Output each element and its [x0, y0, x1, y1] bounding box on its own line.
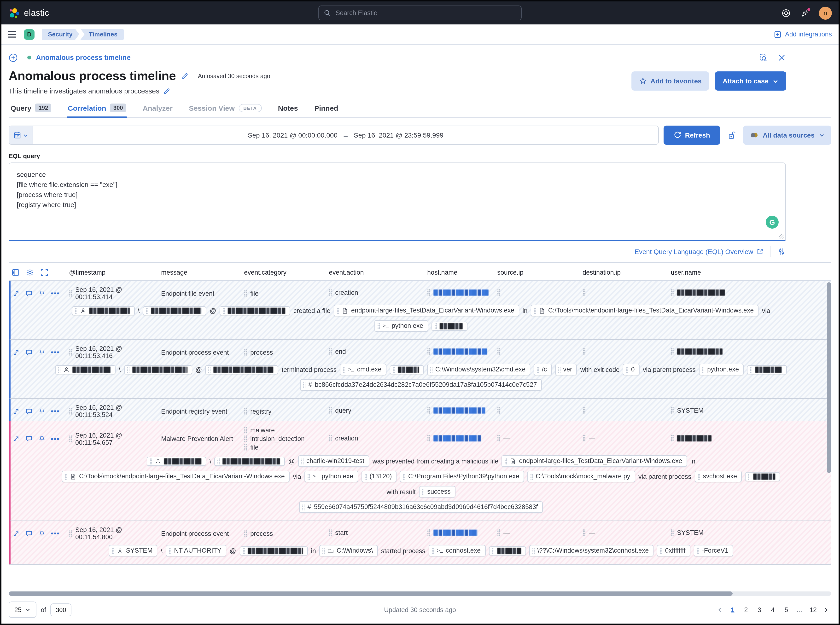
field-value-chip[interactable]: success	[419, 486, 456, 498]
eql-overview-link[interactable]: Event Query Language (EQL) Overview	[635, 248, 763, 255]
source-ip-value[interactable]: —	[497, 407, 510, 414]
timestamp-value[interactable]: Sep 16, 2021 @ 00:11:53.414	[69, 286, 161, 300]
data-sources-button[interactable]: All data sources	[743, 126, 831, 145]
host-name-value[interactable]	[427, 529, 478, 536]
page-2[interactable]: 2	[740, 603, 752, 616]
message-value[interactable]: Endpoint process event	[161, 530, 229, 537]
field-value-chip[interactable]: >_python.exe	[375, 320, 428, 332]
event-category-value[interactable]: malware	[244, 427, 329, 434]
breadcrumb-timelines[interactable]: Timelines	[80, 28, 124, 40]
drag-handle-icon[interactable]	[244, 349, 247, 356]
page-4[interactable]: 4	[767, 603, 779, 616]
breadcrumb-security[interactable]: Security	[42, 28, 79, 40]
column-header-event-action[interactable]: event.action	[329, 269, 427, 276]
redacted-value-chip[interactable]	[146, 457, 206, 466]
drag-handle-icon[interactable]	[583, 407, 585, 414]
date-end[interactable]: Sep 16, 2021 @ 23:59:59.999	[354, 131, 443, 139]
drag-handle-icon[interactable]	[583, 434, 585, 442]
column-header-destination-ip[interactable]: destination.ip	[583, 269, 671, 276]
destination-ip-value[interactable]: —	[583, 348, 595, 355]
add-note-icon[interactable]	[25, 290, 33, 297]
date-picker-menu-button[interactable]	[9, 126, 33, 144]
drag-handle-icon[interactable]	[671, 434, 674, 442]
edit-description-icon[interactable]	[163, 87, 170, 95]
drag-handle-icon[interactable]	[329, 289, 332, 296]
field-value-chip[interactable]: SYSTEM	[109, 545, 157, 557]
message-value[interactable]: Endpoint file event	[161, 290, 214, 297]
next-page-icon[interactable]	[820, 606, 831, 613]
event-category-value[interactable]: process	[244, 349, 329, 356]
drag-handle-icon[interactable]	[671, 289, 674, 296]
edit-title-icon[interactable]	[181, 72, 188, 80]
field-value-chip[interactable]: C:\Tools\mock\endpoint-large-files_TestD…	[62, 471, 289, 482]
destination-ip-value[interactable]: —	[583, 529, 595, 536]
redacted-value-chip[interactable]	[240, 546, 308, 555]
redacted-value-chip[interactable]	[205, 365, 278, 374]
menu-icon[interactable]	[8, 31, 16, 38]
add-to-favorites-button[interactable]: Add to favorites	[631, 72, 709, 90]
field-value-chip[interactable]: endpoint-large-files_TestData_EicarVaria…	[502, 456, 687, 467]
drag-handle-icon[interactable]	[329, 348, 332, 355]
field-value-chip[interactable]: \??\C:\Windows\system32\conhost.exe	[529, 545, 653, 557]
user-name-value[interactable]	[671, 348, 723, 355]
drag-handle-icon[interactable]	[69, 530, 72, 537]
new-timeline-icon[interactable]	[9, 53, 18, 62]
tab-pinned[interactable]: Pinned	[313, 101, 339, 117]
expand-event-icon[interactable]	[12, 407, 20, 415]
column-header-user-name[interactable]: user.name	[671, 269, 831, 276]
page-size-select[interactable]: 25	[9, 602, 36, 618]
drag-handle-icon[interactable]	[583, 529, 585, 536]
redacted-value-chip[interactable]	[124, 365, 192, 374]
tab-query[interactable]: Query 192	[9, 101, 53, 117]
field-value-chip[interactable]: C:\Windows\	[319, 545, 378, 557]
event-category-value[interactable]: file	[244, 444, 329, 451]
grid-settings-icon[interactable]	[26, 268, 34, 277]
tab-notes[interactable]: Notes	[277, 101, 299, 117]
destination-ip-value[interactable]: —	[583, 407, 595, 414]
pin-event-icon[interactable]	[38, 290, 45, 297]
field-value-chip[interactable]: (13120)	[361, 471, 397, 482]
destination-ip-value[interactable]: —	[583, 289, 595, 296]
drag-handle-icon[interactable]	[671, 348, 674, 355]
pin-event-icon[interactable]	[38, 349, 45, 356]
newsfeed-icon[interactable]	[800, 8, 809, 17]
drag-handle-icon[interactable]	[427, 434, 430, 442]
drag-handle-icon[interactable]	[244, 435, 247, 442]
page-1[interactable]: 1	[726, 603, 739, 616]
attach-to-case-button[interactable]: Attach to case	[715, 72, 786, 90]
inspect-icon[interactable]	[759, 53, 768, 62]
expand-event-icon[interactable]	[12, 290, 20, 297]
host-name-value[interactable]	[427, 348, 487, 355]
drag-handle-icon[interactable]	[497, 529, 500, 536]
timeline-title-link[interactable]: Anomalous process timeline	[36, 54, 131, 61]
event-action-value[interactable]: creation	[329, 289, 358, 296]
drag-handle-icon[interactable]	[69, 290, 72, 297]
field-value-chip[interactable]: NT AUTHORITY	[166, 545, 226, 557]
drag-handle-icon[interactable]	[497, 289, 500, 296]
field-value-chip[interactable]: /c	[534, 364, 552, 375]
field-value-chip[interactable]: C:\Tools\mock\endpoint-large-files_TestD…	[531, 305, 759, 316]
eql-query-editor[interactable]: sequence [file where file.extension == "…	[9, 162, 786, 241]
field-value-chip[interactable]: python.exe	[699, 364, 744, 375]
drag-handle-icon[interactable]	[671, 407, 674, 414]
drag-handle-icon[interactable]	[244, 444, 247, 451]
help-icon[interactable]	[781, 8, 790, 17]
vertical-scrollbar[interactable]	[827, 282, 831, 473]
add-note-icon[interactable]	[25, 407, 33, 415]
expand-event-icon[interactable]	[12, 435, 20, 442]
column-header-host-name[interactable]: host.name	[427, 269, 497, 276]
field-value-chip[interactable]: >_python.exe	[305, 471, 358, 482]
timestamp-value[interactable]: Sep 16, 2021 @ 00:11:54.800	[69, 526, 161, 541]
expand-event-icon[interactable]	[12, 349, 20, 356]
host-name-value[interactable]	[427, 434, 481, 442]
elastic-logo[interactable]: elastic	[8, 7, 49, 19]
field-value-chip[interactable]: charlie-win2019-test	[298, 456, 369, 467]
column-header-event-category[interactable]: event.category	[244, 269, 329, 276]
drag-handle-icon[interactable]	[427, 348, 430, 355]
timestamp-value[interactable]: Sep 16, 2021 @ 00:11:54.657	[69, 432, 161, 446]
host-name-value[interactable]	[427, 407, 485, 414]
drag-handle-icon[interactable]	[244, 290, 247, 297]
field-value-chip[interactable]: C:\Windows\system32\cmd.exe	[427, 364, 530, 375]
event-action-value[interactable]: query	[329, 407, 352, 414]
more-actions-icon[interactable]	[51, 409, 59, 413]
